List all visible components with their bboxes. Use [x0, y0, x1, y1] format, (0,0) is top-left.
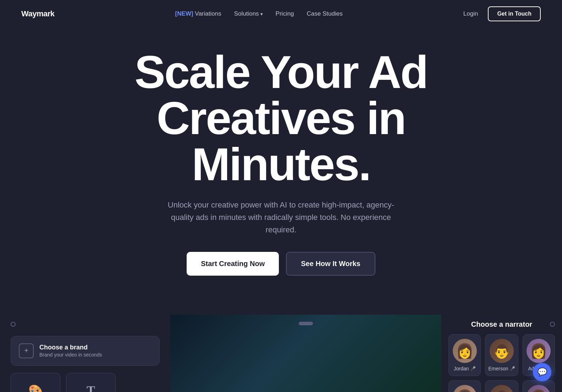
- nav-item-solutions[interactable]: Solutions: [234, 10, 263, 17]
- mic-icon-emerson: 🎤: [510, 366, 515, 371]
- nav-item-pricing[interactable]: Pricing: [276, 10, 294, 17]
- add-brand-icon: +: [19, 343, 34, 358]
- hero-subtitle: Unlock your creative power with AI to cr…: [160, 199, 402, 236]
- mic-icon-jordan: 🎤: [470, 366, 476, 371]
- palette-icon: 🎨: [28, 384, 43, 392]
- nav-links: [NEW] Variations Solutions Pricing Case …: [175, 10, 343, 17]
- scroll-indicator-right: [550, 322, 555, 327]
- chat-icon: 💬: [538, 368, 547, 377]
- narrator-card-emerson[interactable]: 👨 Emerson 🎤: [485, 334, 518, 376]
- avatar-emerson: 👨: [490, 339, 514, 363]
- narrator-card-jace[interactable]: 👩 Jace 🎤: [523, 380, 555, 392]
- avatar-celia: 👩: [453, 385, 477, 392]
- start-creating-button[interactable]: Start Creating Now: [187, 252, 279, 276]
- text-icon-card[interactable]: T: [66, 373, 116, 392]
- choose-brand-text: Choose a brand Brand your video in secon…: [39, 344, 102, 358]
- avatar-aiden: 👨: [490, 385, 514, 392]
- video-preview-panel: [170, 315, 441, 392]
- logo: Waymark: [21, 9, 55, 18]
- hero-title: Scale Your Ad Creatives in Minutes.: [14, 49, 548, 187]
- scroll-indicator-center: [299, 322, 313, 325]
- nav-item-case-studies[interactable]: Case Studies: [307, 10, 343, 17]
- chat-support-button[interactable]: 💬: [533, 363, 551, 381]
- bottom-tool-icons: 🎨 T: [11, 373, 160, 392]
- get-in-touch-button[interactable]: Get in Touch: [488, 6, 541, 21]
- avatar-jace: 👩: [527, 385, 551, 392]
- hero-section: Scale Your Ad Creatives in Minutes. Unlo…: [0, 28, 562, 311]
- login-link[interactable]: Login: [463, 10, 478, 17]
- narrator-card-celia[interactable]: 👩 Celia 🎤: [448, 380, 481, 392]
- narrator-heading: Choose a narrator: [448, 320, 555, 328]
- demo-section: + Choose a brand Brand your video in sec…: [0, 315, 562, 392]
- choose-brand-card[interactable]: + Choose a brand Brand your video in sec…: [11, 336, 160, 366]
- text-icon: T: [87, 383, 95, 392]
- scroll-indicator-left: [11, 322, 16, 327]
- nav-right: Login Get in Touch: [463, 6, 541, 21]
- avatar-jordan: 👩: [453, 339, 477, 363]
- narrator-card-jordan[interactable]: 👩 Jordan 🎤: [448, 334, 481, 376]
- avatar-adrian: 👩: [527, 339, 551, 363]
- navigation: Waymark [NEW] Variations Solutions Prici…: [0, 0, 562, 28]
- narrator-card-aiden[interactable]: 👨 Aiden 🎤: [485, 380, 518, 392]
- palette-icon-card[interactable]: 🎨: [11, 373, 60, 392]
- hero-buttons: Start Creating Now See How It Works: [14, 252, 548, 276]
- nav-item-variations[interactable]: [NEW] Variations: [175, 10, 221, 17]
- see-how-it-works-button[interactable]: See How It Works: [286, 252, 375, 276]
- left-panel: + Choose a brand Brand your video in sec…: [0, 315, 170, 392]
